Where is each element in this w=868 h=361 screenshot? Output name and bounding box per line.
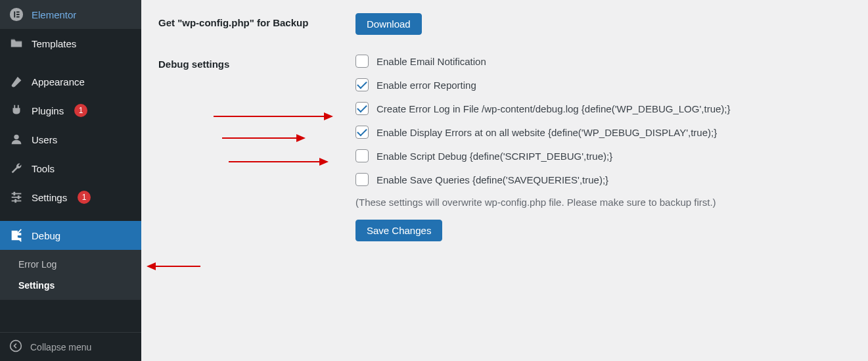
check-row-error-reporting: Enable error Reporting [355, 78, 851, 91]
svg-rect-3 [16, 14, 20, 15]
annotation-arrow [222, 137, 304, 139]
sidebar-item-plugins[interactable]: Plugins 1 [0, 96, 141, 125]
sidebar-item-settings[interactable]: Settings 1 [0, 183, 141, 212]
checkbox-save-queries[interactable] [355, 173, 369, 186]
svg-point-12 [11, 341, 22, 352]
checkbox-label: Enable Display Errors at on all website … [377, 127, 717, 138]
download-button[interactable]: Download [355, 13, 422, 35]
sidebar-item-templates[interactable]: Templates [0, 29, 141, 58]
svg-rect-7 [12, 197, 22, 198]
checkbox-error-log[interactable] [355, 102, 369, 115]
sidebar-item-label: Users [32, 134, 57, 145]
check-row-save-queries: Enable Save Queries {define('SAVEQUERIES… [355, 173, 851, 186]
update-badge: 1 [78, 191, 91, 204]
check-row-email-notification: Enable Email Notification [355, 55, 851, 68]
svg-rect-1 [14, 11, 15, 17]
sidebar-item-label: Tools [32, 163, 55, 174]
svg-rect-9 [13, 192, 15, 196]
settings-hint: (These settings will overwrite wp-config… [355, 197, 851, 208]
backup-label: Get "wp-config.php" for Backup [158, 13, 355, 30]
submenu-item-settings[interactable]: Settings [0, 275, 141, 296]
sidebar-item-elementor[interactable]: Elementor [0, 0, 141, 29]
sidebar-item-label: Elementor [32, 9, 76, 20]
checkbox-label: Enable Save Queries {define('SAVEQUERIES… [377, 174, 608, 185]
sidebar-item-users[interactable]: Users [0, 125, 141, 154]
sidebar-item-appearance[interactable]: Appearance [0, 67, 141, 96]
save-changes-button[interactable]: Save Changes [355, 220, 442, 241]
debug-icon [9, 228, 24, 243]
wrench-icon [9, 161, 24, 176]
folder-icon [9, 36, 24, 51]
collapse-icon [9, 339, 22, 354]
row-debug-settings: Debug settings Enable Email Notification… [158, 55, 851, 241]
plug-icon [9, 103, 24, 118]
checkbox-script-debug[interactable] [355, 149, 369, 162]
collapse-label: Collapse menu [30, 342, 91, 352]
svg-rect-2 [16, 11, 20, 12]
sidebar-item-label: Plugins [32, 105, 64, 116]
submenu-item-error-log[interactable]: Error Log [0, 254, 141, 275]
svg-point-5 [14, 135, 18, 139]
annotation-arrow [229, 161, 327, 162]
sidebar-item-label: Settings [32, 192, 67, 203]
debug-settings-checkboxes: Enable Email Notification Enable error R… [355, 55, 851, 241]
collapse-menu[interactable]: Collapse menu [0, 332, 141, 361]
row-backup: Get "wp-config.php" for Backup Download [158, 13, 851, 35]
sidebar-item-label: Debug [32, 230, 60, 241]
checkbox-label: Enable Script Debug {define('SCRIPT_DEBU… [377, 151, 612, 162]
annotation-arrow [148, 266, 200, 267]
checkbox-email-notification[interactable] [355, 55, 369, 68]
debug-submenu: Error Log Settings [0, 250, 141, 300]
settings-page: Get "wp-config.php" for Backup Download … [141, 0, 868, 361]
sliders-icon [9, 190, 24, 205]
admin-sidebar: Elementor Templates Appearance Plugins 1… [0, 0, 141, 361]
sidebar-item-debug[interactable]: Debug [0, 221, 141, 250]
checkbox-label: Enable Email Notification [377, 56, 486, 67]
checkbox-display-errors[interactable] [355, 126, 369, 139]
sidebar-item-label: Appearance [32, 76, 85, 87]
update-badge: 1 [74, 104, 87, 117]
checkbox-error-reporting[interactable] [355, 78, 369, 91]
brush-icon [9, 74, 24, 89]
elementor-icon [9, 7, 24, 22]
sidebar-item-tools[interactable]: Tools [0, 154, 141, 183]
checkbox-label: Create Error Log in File /wp-content/deb… [377, 103, 731, 114]
checkbox-label: Enable error Reporting [377, 80, 476, 91]
check-row-error-log: Create Error Log in File /wp-content/deb… [355, 102, 851, 115]
svg-rect-4 [16, 16, 20, 18]
debug-settings-label: Debug settings [158, 55, 355, 71]
svg-rect-10 [18, 195, 20, 199]
check-row-display-errors: Enable Display Errors at on all website … [355, 126, 851, 139]
annotation-arrow [214, 116, 332, 117]
check-row-script-debug: Enable Script Debug {define('SCRIPT_DEBU… [355, 149, 851, 162]
sidebar-item-label: Templates [32, 38, 76, 49]
user-icon [9, 132, 24, 147]
svg-rect-6 [12, 193, 22, 195]
svg-rect-11 [14, 199, 16, 203]
